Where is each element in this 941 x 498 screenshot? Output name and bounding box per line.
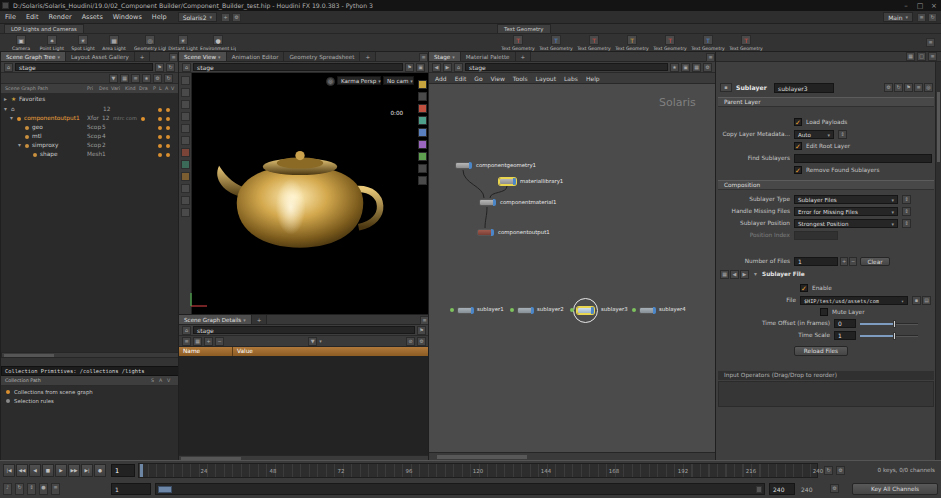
minimize-button[interactable]: – — [899, 2, 913, 10]
take-list-icon[interactable]: ≡ — [917, 13, 926, 22]
snap-prim-icon[interactable] — [181, 172, 190, 181]
shelf-tool-geometry-light[interactable]: ◎ Geometry Light — [134, 34, 166, 52]
menu-render[interactable]: Render — [43, 13, 76, 21]
network-path-field[interactable]: stage — [465, 63, 668, 71]
column-a[interactable]: A — [159, 378, 162, 383]
network-menu-labs[interactable]: Labs — [564, 75, 578, 82]
shaded-icon[interactable] — [418, 104, 427, 113]
tab-geometry-spreadsheet[interactable]: Geometry Spreadsheet — [284, 52, 360, 61]
menu-updown-icon[interactable]: ⇕ — [902, 219, 911, 228]
link-icon[interactable]: ↻ — [166, 63, 175, 72]
grid-snap-icon[interactable]: ▦ — [692, 63, 701, 72]
shadows-icon[interactable] — [418, 140, 427, 149]
new-tab-button[interactable]: + — [135, 52, 151, 61]
network-menu-help[interactable]: Help — [586, 75, 600, 82]
edit-root-layer-checkbox[interactable]: ✓ — [794, 142, 802, 150]
tree-row-root[interactable]: ▾ ⌂ 12 — [1, 105, 179, 114]
material-icon[interactable] — [418, 116, 427, 125]
collapse-icon[interactable]: − — [215, 337, 224, 346]
column-a[interactable]: A — [165, 86, 168, 91]
filter-funnel-icon[interactable]: ▼ — [308, 337, 317, 346]
current-frame-field[interactable]: 1 — [111, 464, 135, 477]
forward-icon[interactable]: ▶ — [443, 63, 452, 72]
node-materiallibrary1[interactable] — [499, 178, 516, 185]
toggle-dot[interactable] — [166, 144, 170, 148]
stop-button[interactable]: ■ — [42, 464, 54, 477]
toggle-dot[interactable] — [158, 126, 162, 130]
params-vscrollbar[interactable] — [935, 62, 941, 460]
record-button[interactable]: ● — [94, 464, 106, 477]
translate-tool-icon[interactable] — [181, 88, 190, 97]
column-v[interactable]: V — [171, 86, 174, 91]
grid-view-icon[interactable]: ▦ — [193, 337, 202, 346]
column-kind[interactable]: Kind — [125, 86, 136, 91]
load-payloads-checkbox[interactable]: ✓ — [794, 118, 802, 126]
column-des[interactable]: Des — [99, 86, 108, 91]
scroll-thumb[interactable] — [937, 92, 940, 162]
copy-layer-metadata-menu[interactable]: Auto ▾ — [794, 130, 834, 139]
shelf-tool-environment-light[interactable]: ● Environment Light — [200, 34, 236, 52]
tree-row-simproxy[interactable]: ▾ simproxy Scop 2 — [1, 141, 179, 150]
display-flag[interactable] — [469, 162, 472, 169]
shelf-tool-text-geometry-2[interactable]: T Text Geometry — [538, 34, 574, 52]
desktop-gear-icon[interactable]: ⚙ — [232, 13, 241, 22]
camera-lock-icon[interactable]: ◎ — [326, 77, 335, 86]
toggle-dot[interactable] — [166, 153, 170, 157]
slider-handle[interactable] — [893, 320, 896, 328]
params-pin-icon[interactable]: ⚑ — [904, 83, 913, 92]
network-menu-view[interactable]: View — [491, 75, 505, 82]
scroll-thumb[interactable] — [437, 455, 527, 459]
tab-scene-graph-details[interactable]: Scene Graph Details ▾ — [179, 315, 252, 324]
shelf-tab-text-geometry[interactable]: Text Geometry — [497, 24, 551, 33]
pane-options-icon[interactable]: ≡ — [419, 53, 428, 62]
range-start-field[interactable]: 1 — [111, 483, 151, 495]
network-options-icon[interactable]: ⚙ — [703, 63, 712, 72]
star-icon[interactable]: ★ — [142, 74, 151, 83]
range-start-handle[interactable] — [158, 486, 172, 493]
network-menu-tools[interactable]: Tools — [513, 75, 528, 82]
add-file-icon[interactable]: + — [840, 257, 848, 266]
home-icon[interactable]: ⌂ — [4, 63, 13, 72]
close-button[interactable]: × — [927, 2, 941, 10]
viewport-path-field[interactable]: stage — [193, 63, 403, 71]
expand-icon[interactable]: + — [204, 337, 213, 346]
take-selector[interactable]: Main ▾ — [883, 12, 913, 22]
mute-layer-checkbox[interactable] — [820, 308, 828, 316]
pin-icon[interactable]: ⚑ — [405, 63, 414, 72]
key-all-channels-button[interactable]: Key All Channels — [852, 483, 938, 495]
node-sublayer1[interactable] — [457, 307, 474, 314]
follow-playhead-icon[interactable]: ↻ — [824, 466, 833, 475]
params-lock-icon[interactable]: ◎ — [924, 83, 933, 92]
wireframe-icon[interactable] — [418, 92, 427, 101]
column-vari[interactable]: Vari — [111, 86, 120, 91]
lighting-icon[interactable] — [418, 128, 427, 137]
next-frame-button[interactable]: ▶▶ — [68, 464, 80, 477]
tree-row-geo[interactable]: geo Scop 5 — [1, 123, 179, 132]
node-sublayer2[interactable] — [517, 307, 534, 314]
tree-hscrollbar[interactable] — [1, 352, 179, 358]
network-menu-go[interactable]: Go — [474, 75, 482, 82]
shelf-tool-area-light[interactable]: ▦ Area Light — [99, 34, 129, 52]
playbar-gear-icon[interactable]: ⚙ — [836, 466, 845, 475]
details-content[interactable] — [179, 356, 429, 455]
menu-windows[interactable]: Windows — [108, 13, 147, 21]
time-offset-field[interactable]: 0 — [834, 319, 856, 328]
desktop-selector[interactable]: Solaris2 ▾ — [178, 12, 217, 22]
home-icon[interactable]: ⌂ — [182, 63, 191, 72]
list-view-icon[interactable]: ≡ — [182, 337, 191, 346]
pane-float-icon[interactable]: □ — [917, 52, 926, 61]
pane-options-icon[interactable]: ≡ — [928, 52, 937, 61]
scale-tool-icon[interactable] — [181, 112, 190, 121]
render-view-icon[interactable] — [418, 80, 427, 89]
display-options-icon[interactable] — [181, 208, 190, 217]
input-operators-list[interactable] — [718, 381, 934, 407]
toggle-dot[interactable] — [158, 153, 162, 157]
toggle-dot[interactable] — [158, 135, 162, 139]
realtime-toggle-icon[interactable]: ↻ — [15, 483, 24, 495]
menu-updown-icon[interactable]: ⇕ — [838, 130, 847, 139]
display-flag[interactable] — [471, 307, 474, 314]
collection-row-selection-rules[interactable]: Selection rules — [1, 397, 179, 406]
display-normals-icon[interactable] — [181, 196, 190, 205]
number-of-files-field[interactable]: 1 — [794, 257, 838, 266]
tab-animation-editor[interactable]: Animation Editor — [227, 52, 285, 61]
